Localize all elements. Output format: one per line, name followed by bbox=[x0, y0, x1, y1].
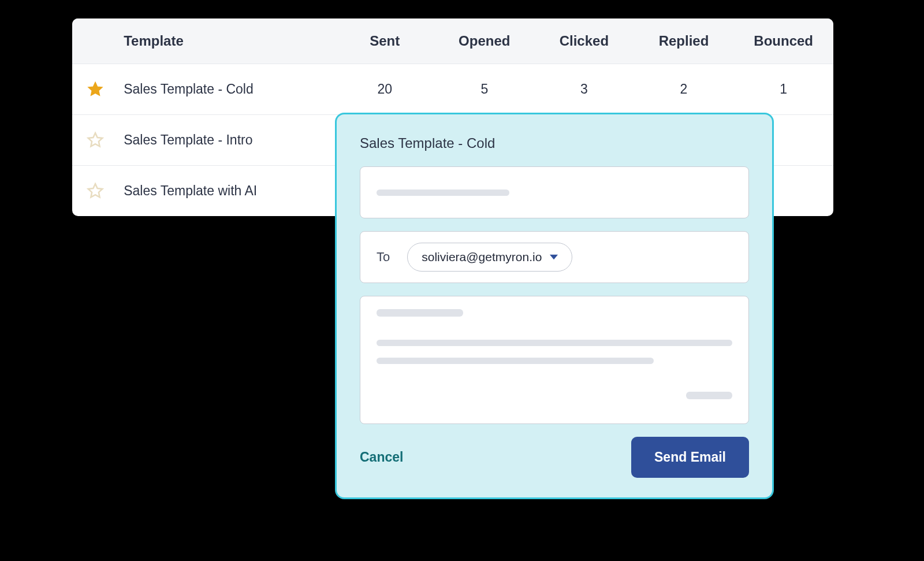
col-template[interactable]: Template bbox=[118, 18, 335, 64]
send-email-button[interactable]: Send Email bbox=[631, 437, 749, 478]
col-opened[interactable]: Opened bbox=[434, 18, 534, 64]
cell-clicked: 3 bbox=[534, 64, 634, 114]
star-icon[interactable] bbox=[87, 131, 104, 148]
col-clicked[interactable]: Clicked bbox=[534, 18, 634, 64]
body-placeholder-line bbox=[377, 358, 654, 364]
col-bounced[interactable]: Bounced bbox=[733, 18, 833, 64]
template-name: Sales Template - Cold bbox=[118, 64, 335, 114]
template-name: Sales Template with AI bbox=[118, 165, 335, 216]
cell-sent: 20 bbox=[335, 64, 435, 114]
recipient-chip[interactable]: soliviera@getmyron.io bbox=[407, 243, 572, 272]
star-icon[interactable] bbox=[87, 80, 104, 98]
cell-opened: 5 bbox=[434, 64, 534, 114]
chevron-down-icon bbox=[550, 250, 558, 264]
template-name: Sales Template - Intro bbox=[118, 114, 335, 165]
to-field[interactable]: To soliviera@getmyron.io bbox=[360, 231, 749, 283]
col-star bbox=[72, 18, 118, 64]
body-placeholder-line bbox=[686, 392, 732, 399]
compose-actions: Cancel Send Email bbox=[360, 437, 749, 478]
star-icon[interactable] bbox=[87, 182, 104, 199]
subject-placeholder bbox=[377, 190, 509, 196]
cancel-button[interactable]: Cancel bbox=[360, 449, 403, 465]
col-replied[interactable]: Replied bbox=[634, 18, 734, 64]
col-sent[interactable]: Sent bbox=[335, 18, 435, 64]
cell-replied: 2 bbox=[634, 64, 734, 114]
subject-input[interactable] bbox=[360, 166, 749, 218]
recipient-email: soliviera@getmyron.io bbox=[422, 250, 542, 264]
to-label: To bbox=[377, 250, 390, 265]
table-header: Template Sent Opened Clicked Replied Bou… bbox=[72, 18, 833, 64]
compose-title: Sales Template - Cold bbox=[360, 135, 749, 151]
body-placeholder-line bbox=[377, 309, 463, 317]
cell-bounced: 1 bbox=[733, 64, 833, 114]
compose-panel: Sales Template - Cold To soliviera@getmy… bbox=[335, 113, 774, 499]
body-placeholder-line bbox=[377, 340, 732, 346]
table-row[interactable]: Sales Template - Cold 20 5 3 2 1 bbox=[72, 64, 833, 114]
body-input[interactable] bbox=[360, 296, 749, 424]
